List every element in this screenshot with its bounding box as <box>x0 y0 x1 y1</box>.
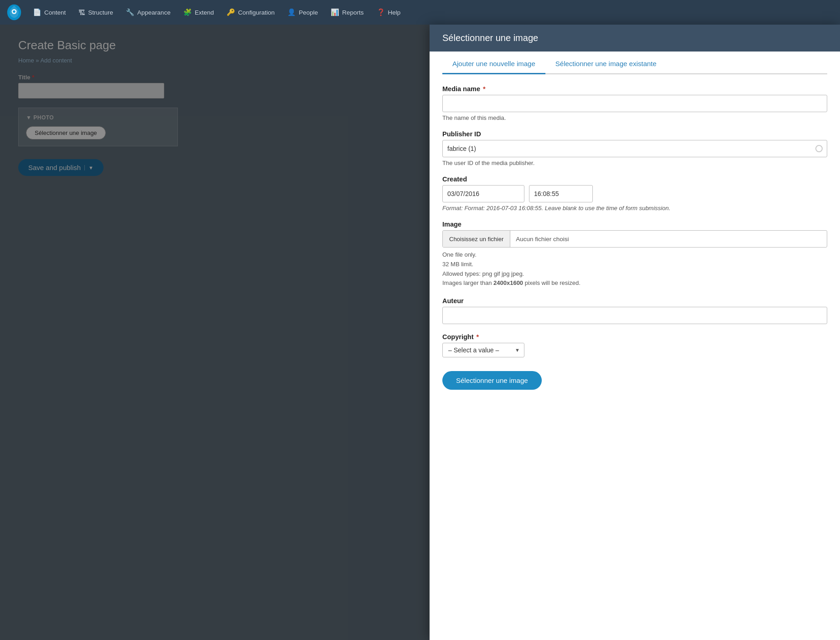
publisher-id-label: Publisher ID <box>442 130 827 138</box>
nav-people-label: People <box>299 9 318 16</box>
nav-configuration-label: Configuration <box>238 9 275 16</box>
nav-extend[interactable]: 🧩 Extend <box>177 0 220 25</box>
file-choose-button[interactable]: Choisissez un fichier <box>443 230 510 248</box>
nav-help-label: Help <box>388 9 401 16</box>
reports-icon: 📊 <box>331 8 339 16</box>
modal-overlay[interactable]: Sélectionner une image Ajouter une nouve… <box>0 25 840 640</box>
file-no-chosen-text: Aucun fichier choisi <box>510 236 574 243</box>
image-label: Image <box>442 221 827 228</box>
copyright-group: Copyright * – Select a value – CC0 CC BY… <box>442 333 827 357</box>
file-hint-2: 32 MB limit. <box>442 260 827 269</box>
auteur-label: Auteur <box>442 297 827 305</box>
nav-extend-label: Extend <box>195 9 214 16</box>
media-name-label: Media name * <box>442 85 827 93</box>
modal-submit-button[interactable]: Sélectionner une image <box>442 371 542 390</box>
created-time-input[interactable] <box>529 185 593 202</box>
file-hint-4: Images larger than 2400x1600 pixels will… <box>442 279 827 288</box>
nav-structure[interactable]: 🏗 Structure <box>72 0 119 25</box>
file-hint-3: Allowed types: png gif jpg jpeg. <box>442 269 827 279</box>
copyright-select[interactable]: – Select a value – CC0 CC BY CC BY-SA Al… <box>442 343 524 357</box>
image-group: Image Choisissez un fichier Aucun fichie… <box>442 221 827 288</box>
publisher-id-input[interactable] <box>442 140 827 157</box>
nav-structure-label: Structure <box>88 9 113 16</box>
created-date-input[interactable] <box>442 185 524 202</box>
svg-point-2 <box>13 10 15 13</box>
tab-select-existing[interactable]: Sélectionner une image existante <box>545 53 667 74</box>
modal-body: Ajouter une nouvelle image Sélectionner … <box>430 52 840 640</box>
media-name-required: * <box>481 85 486 93</box>
nav-reports-label: Reports <box>342 9 363 16</box>
people-icon: 👤 <box>287 8 296 16</box>
publisher-id-hint: The user ID of the media publisher. <box>442 160 827 166</box>
nav-appearance-label: Appearance <box>137 9 171 16</box>
media-name-hint: The name of this media. <box>442 114 827 121</box>
file-input-wrap: Choisissez un fichier Aucun fichier choi… <box>442 230 827 248</box>
modal-header: Sélectionner une image <box>430 25 840 52</box>
nav-people[interactable]: 👤 People <box>281 0 324 25</box>
page-background: Create Basic page Home » Add content Tit… <box>0 25 840 640</box>
created-label: Created <box>442 175 827 183</box>
copyright-select-wrap: – Select a value – CC0 CC BY CC BY-SA Al… <box>442 343 524 357</box>
created-group: Created Format: Format: 2016-07-03 16:08… <box>442 175 827 212</box>
created-date-row <box>442 185 827 202</box>
file-hint-1: One file only. <box>442 250 827 260</box>
nav-content-label: Content <box>44 9 66 16</box>
publisher-id-group: Publisher ID The user ID of the media pu… <box>442 130 827 166</box>
modal-dialog: Sélectionner une image Ajouter une nouve… <box>430 25 840 640</box>
file-hint-4-bold: 2400x1600 <box>493 279 523 286</box>
media-name-input[interactable] <box>442 95 827 112</box>
auteur-group: Auteur <box>442 297 827 324</box>
publisher-input-wrap <box>442 140 827 157</box>
nav-help[interactable]: ❓ Help <box>370 0 407 25</box>
nav-configuration[interactable]: 🔑 Configuration <box>220 0 281 25</box>
tab-add-new-image[interactable]: Ajouter une nouvelle image <box>442 53 545 74</box>
nav-reports[interactable]: 📊 Reports <box>324 0 370 25</box>
file-hints: One file only. 32 MB limit. Allowed type… <box>442 250 827 288</box>
nav-content[interactable]: 📄 Content <box>26 0 72 25</box>
appearance-icon: 🔧 <box>126 8 135 16</box>
drupal-logo[interactable] <box>5 3 24 22</box>
help-icon: ❓ <box>377 8 385 16</box>
modal-tabs: Ajouter une nouvelle image Sélectionner … <box>442 52 827 74</box>
media-name-group: Media name * The name of this media. <box>442 85 827 121</box>
structure-icon: 🏗 <box>78 9 85 16</box>
copyright-required: * <box>474 333 479 341</box>
auteur-input[interactable] <box>442 307 827 324</box>
loading-circle-icon <box>815 145 823 152</box>
nav-appearance[interactable]: 🔧 Appearance <box>119 0 177 25</box>
top-navigation: 📄 Content 🏗 Structure 🔧 Appearance 🧩 Ext… <box>0 0 840 25</box>
content-icon: 📄 <box>33 8 41 16</box>
created-format-hint: Format: Format: 2016-07-03 16:08:55. Lea… <box>442 205 827 212</box>
copyright-label: Copyright * <box>442 333 827 341</box>
extend-icon: 🧩 <box>183 8 192 16</box>
configuration-icon: 🔑 <box>227 8 235 16</box>
